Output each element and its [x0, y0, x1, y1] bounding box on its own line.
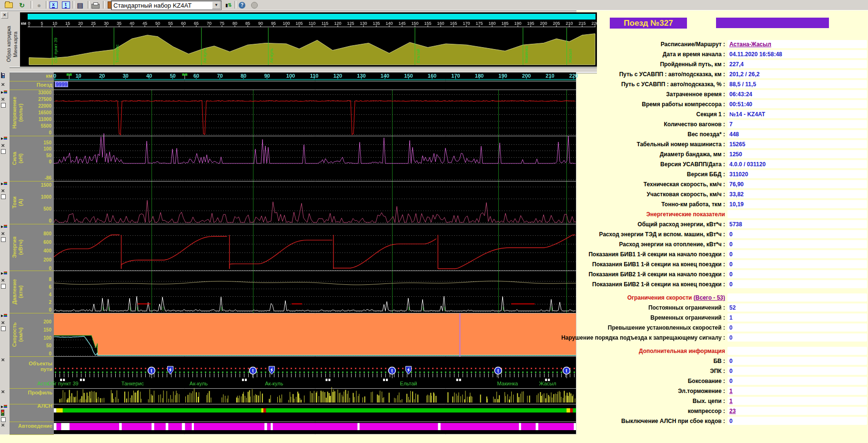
value-strip: [727, 180, 867, 188]
track-separator: [10, 224, 54, 224]
minimap-km-tick: 120: [334, 21, 341, 26]
track-menu-button[interactable]: ▶: [1, 314, 9, 320]
help-button[interactable]: ?: [236, 0, 248, 10]
minimap-km-tick: 180: [488, 21, 495, 26]
ruler-km-tick: 50: [170, 73, 175, 79]
track-menu-button[interactable]: ▶: [1, 405, 9, 411]
report-button[interactable]: ▤: [74, 0, 86, 10]
field-value: 0: [729, 281, 733, 288]
sort-button[interactable]: ▮⇅: [223, 0, 234, 10]
train-number-value[interactable]: 9999: [55, 81, 68, 87]
x-scale-button[interactable]: x: [48, 0, 59, 10]
track-close-button[interactable]: ✕: [1, 278, 9, 283]
t-scale-button[interactable]: t: [60, 0, 71, 10]
track-close-button[interactable]: ✕: [1, 82, 9, 88]
track-menu-button[interactable]: ▶: [1, 91, 9, 96]
field-value: 0: [729, 324, 733, 331]
field-label: Тонно-км работа, ткм :: [661, 201, 725, 208]
value-strip: [727, 220, 867, 228]
track-close-button[interactable]: ✕: [1, 423, 9, 428]
value-strip: [727, 250, 867, 258]
value-strip: [727, 293, 867, 302]
minimap-km-tick: 35: [117, 21, 121, 26]
minimap-km-tick: 195: [527, 21, 534, 26]
track-close-button[interactable]: ✕: [1, 97, 9, 102]
track-checkbox[interactable]: [1, 237, 9, 243]
minimap-km-tick: 155: [424, 21, 431, 26]
alarm-button-disabled[interactable]: [249, 0, 260, 10]
field-label: Временных ограничений :: [650, 314, 725, 321]
minimap-km-tick: 190: [514, 21, 521, 26]
field-label: Дата и время начала :: [663, 51, 725, 58]
refresh-button[interactable]: ↻: [16, 0, 28, 10]
value-strip: [727, 170, 867, 178]
field-value: 0: [729, 378, 733, 384]
main-chart-canvas[interactable]: [54, 72, 576, 434]
track-menu-button[interactable]: ▶: [1, 225, 9, 231]
open-file-button[interactable]: [3, 0, 14, 10]
minimap-km-tick: 205: [553, 21, 560, 26]
scale-tick-label: 200: [10, 257, 51, 262]
toolbar: ↻ ● x t ▤ Стандартный набор KZ4AT ▼ ▮⇅ ?: [0, 0, 868, 11]
scale-tick-label: 0: [10, 351, 51, 356]
track-checkbox[interactable]: [1, 149, 9, 155]
track-checkbox[interactable]: [1, 284, 9, 290]
minimap-km-tick: 165: [450, 21, 457, 26]
minimap-km-tick: 115: [322, 21, 328, 26]
auto-drive-track-label: Автоведение: [9, 423, 52, 429]
minimap-km-unit-label: км: [21, 21, 26, 26]
track-checkbox[interactable]: [1, 326, 9, 332]
minimap-km-tick: 90: [258, 21, 263, 26]
field-label: Вес поезда* :: [687, 131, 725, 138]
field-label: Путь с УСАВПП : авто/подсказка, км :: [619, 71, 725, 78]
track-close-button[interactable]: ✕: [1, 188, 9, 194]
scale-tick-label: 100: [10, 146, 51, 151]
field-value-link[interactable]: 1: [729, 388, 733, 394]
minimap-km-tick: 10: [52, 21, 57, 26]
km-row-tool-button[interactable]: [1, 73, 9, 79]
minimap-km-tick: 125: [347, 21, 354, 26]
track-close-button[interactable]: ✕: [1, 357, 9, 363]
track-checkbox[interactable]: [1, 194, 9, 200]
field-value: 0: [729, 271, 733, 278]
section-header: Дополнительная информация: [639, 348, 725, 354]
scale-tick-label: 4: [10, 292, 51, 297]
track-close-button[interactable]: ✕: [1, 389, 9, 395]
track-close-button[interactable]: ✕: [1, 320, 9, 326]
value-strip: [727, 377, 867, 385]
field-value-link[interactable]: Астана-Жасыл: [729, 41, 771, 48]
track-menu-button[interactable]: ▶: [1, 137, 9, 142]
ruler-km-tick: 190: [498, 73, 507, 79]
ruler-km-tick: 210: [545, 73, 554, 79]
ruler-km-tick: 60: [193, 73, 199, 79]
scale-tick-label: 5500: [10, 123, 51, 129]
track-menu-button[interactable]: ▶: [1, 182, 9, 188]
scale-tick-label: 27500: [10, 97, 51, 102]
track-close-button[interactable]: ✕: [1, 411, 9, 417]
track-checkbox[interactable]: [1, 103, 9, 109]
track-close-button[interactable]: ✕: [1, 231, 9, 237]
minimap-station-label: Танкерис: [115, 44, 120, 63]
track-separator: [10, 422, 54, 422]
minimap-km-tick: 45: [142, 21, 147, 26]
preset-combobox[interactable]: Стандартный набор KZ4AT ▼: [111, 0, 222, 10]
total-restrictions-link[interactable]: (Всего - 53): [694, 294, 725, 301]
track-close-button[interactable]: ✕: [1, 143, 9, 149]
record-button-disabled[interactable]: ●: [33, 0, 45, 10]
print-button[interactable]: [90, 0, 101, 10]
field-value-link[interactable]: 23: [729, 408, 736, 414]
track-menu-button[interactable]: ▶: [1, 272, 9, 277]
field-value-link[interactable]: 1: [729, 398, 733, 404]
alarm-icon: [251, 2, 258, 9]
record-icon: ●: [37, 1, 41, 9]
minimap-km-tick: 75: [220, 21, 224, 26]
combobox-dropdown-button[interactable]: ▼: [212, 1, 221, 9]
field-value: 227,4: [729, 61, 744, 68]
close-panel-button[interactable]: ✕: [1, 12, 8, 19]
minimap-km-tick: 105: [295, 21, 303, 26]
scale-tick-label: 8: [10, 277, 51, 282]
ruler-km-tick: 150: [404, 73, 413, 79]
field-value: 7: [729, 121, 733, 128]
ruler-km-tick: 10: [75, 73, 81, 79]
document-icon: ▤: [77, 1, 83, 9]
